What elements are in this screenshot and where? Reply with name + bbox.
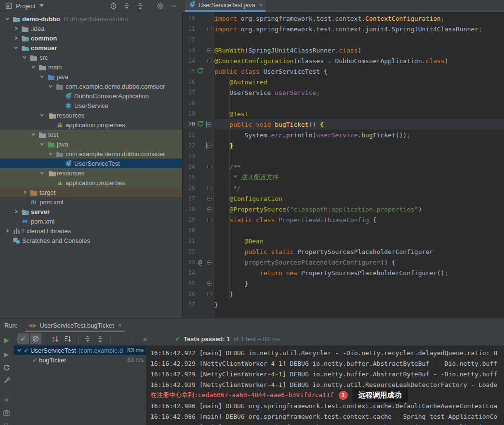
run-console[interactable]: 16:16:42.922 [main] DEBUG io.netty.util.… bbox=[146, 345, 504, 425]
code-line-14[interactable]: 14@ContextConfiguration(classes = DubboC… bbox=[183, 55, 504, 66]
code-editor[interactable]: 10import org.springframework.test.contex… bbox=[183, 12, 504, 318]
code-line-22[interactable]: 22 } bbox=[183, 140, 504, 151]
collapse-all-icon[interactable] bbox=[136, 2, 144, 10]
close-icon[interactable]: × bbox=[259, 2, 262, 9]
code-line-29[interactable]: 29 static class PropertiesWithJavaConfig… bbox=[183, 214, 504, 225]
fold-marker-icon[interactable] bbox=[207, 121, 212, 128]
code-line-37[interactable]: 37} bbox=[183, 299, 504, 310]
fold-marker-icon[interactable] bbox=[207, 57, 212, 65]
locate-icon[interactable] bbox=[109, 2, 117, 10]
show-ignored-button[interactable] bbox=[30, 333, 41, 344]
test-row-bugticket[interactable]: ✔bugTicket83 ms bbox=[14, 355, 146, 365]
tree-item-scratches-and-consoles[interactable]: Scratches and Consoles bbox=[0, 236, 182, 245]
code-line-19[interactable]: 19 @Test bbox=[183, 108, 504, 119]
chevron-down-icon[interactable] bbox=[38, 169, 46, 177]
tree-item-demo-dubbo[interactable]: demo-dubboD:\Project\demo-dubbo bbox=[0, 14, 182, 24]
fold-marker-icon[interactable] bbox=[207, 216, 212, 224]
tree-item-server[interactable]: server bbox=[0, 207, 182, 216]
chevron-right-icon[interactable] bbox=[12, 25, 20, 32]
fold-marker-icon[interactable] bbox=[207, 142, 212, 149]
run-test-icon[interactable] bbox=[197, 120, 203, 128]
rerun-failed-icon[interactable]: ▶ bbox=[2, 351, 11, 358]
test-settings-icon[interactable] bbox=[2, 377, 11, 384]
chevron-down-icon[interactable] bbox=[29, 63, 38, 71]
tree-item-userservicetest[interactable]: CUserServiceTest bbox=[0, 159, 182, 168]
chevron-right-icon[interactable] bbox=[12, 208, 20, 215]
tree-item-resources[interactable]: resources bbox=[0, 110, 182, 120]
toggle-auto-test-icon[interactable] bbox=[2, 364, 11, 371]
test-row-userservicetest[interactable]: ✔UserServiceTest(com.example.d83 ms bbox=[14, 345, 146, 355]
fold-marker-icon[interactable] bbox=[207, 47, 212, 54]
tree-item-userservice[interactable]: CUserService bbox=[0, 101, 182, 110]
chevron-down-icon[interactable] bbox=[20, 53, 29, 61]
code-line-24[interactable]: 24 /** bbox=[183, 161, 504, 172]
hide-icon[interactable] bbox=[170, 2, 177, 10]
code-line-12[interactable]: 12 bbox=[183, 34, 504, 45]
code-line-25[interactable]: 25 * 注入配置文件 bbox=[183, 172, 504, 183]
fold-marker-icon[interactable] bbox=[207, 185, 212, 192]
fold-marker-icon[interactable] bbox=[207, 259, 212, 266]
tree-item-comsuer[interactable]: comsuer bbox=[0, 43, 182, 53]
code-line-23[interactable]: 23 bbox=[183, 151, 504, 161]
fold-marker-icon[interactable] bbox=[207, 291, 212, 298]
chevron-down-icon[interactable] bbox=[38, 73, 46, 80]
tree-item-target[interactable]: target bbox=[0, 187, 182, 197]
code-line-36[interactable]: 36 } bbox=[183, 289, 504, 299]
chevron-down-icon[interactable] bbox=[38, 2, 45, 10]
tree-item-resources[interactable]: resources bbox=[0, 168, 182, 178]
fold-marker-icon[interactable] bbox=[207, 206, 212, 213]
code-line-34[interactable]: 34 return new PropertySourcesPlaceholder… bbox=[183, 267, 504, 278]
chevron-down-icon[interactable] bbox=[3, 15, 12, 23]
code-line-20[interactable]: 20 public void bugTicket() { bbox=[183, 119, 504, 130]
chevron-down-icon[interactable] bbox=[46, 150, 55, 158]
code-line-32[interactable]: 32 public static PropertySourcesPlacehol… bbox=[183, 246, 504, 257]
next-failed-button[interactable]: ↓ bbox=[127, 333, 138, 344]
tree-item-pom-xml[interactable]: mpom.xml bbox=[0, 197, 182, 207]
run-tab-bugticket[interactable]: ◀▶ UserServiceTest.bugTicket × bbox=[25, 319, 124, 332]
chevron-down-icon[interactable] bbox=[46, 82, 55, 90]
tree-item-dubbocomsuerapplication[interactable]: CDubboComsuerApplication bbox=[0, 91, 182, 101]
tree-item-test[interactable]: test bbox=[0, 130, 182, 139]
code-line-17[interactable]: 17 UserService userService; bbox=[183, 87, 504, 98]
tree-item-main[interactable]: main bbox=[0, 62, 182, 72]
project-panel-title[interactable]: Project bbox=[16, 2, 35, 10]
code-line-27[interactable]: 27 @Configuration bbox=[183, 193, 504, 204]
close-icon[interactable]: × bbox=[119, 322, 122, 329]
thread-dump-icon[interactable] bbox=[2, 410, 11, 416]
tree-item-external-libraries[interactable]: External Libraries bbox=[0, 226, 182, 236]
editor-tab-userservicetest[interactable]: C UserServiceTest.java × bbox=[185, 0, 265, 10]
code-line-16[interactable]: 16 @Autowired bbox=[183, 77, 504, 87]
expand-all-button[interactable] bbox=[82, 333, 93, 344]
code-line-18[interactable]: 18 bbox=[183, 98, 504, 108]
tree-item-application-properties[interactable]: application.properties bbox=[0, 178, 182, 187]
tree-item-java[interactable]: java bbox=[0, 139, 182, 149]
tree-item-common[interactable]: common bbox=[0, 33, 182, 43]
show-passed-button[interactable]: ✓ bbox=[17, 333, 29, 344]
bean-icon[interactable]: @ bbox=[198, 259, 201, 266]
more-chevrons-button[interactable]: » bbox=[139, 333, 151, 344]
code-line-11[interactable]: 11import org.springframework.test.contex… bbox=[183, 24, 504, 34]
fold-marker-icon[interactable] bbox=[207, 26, 212, 33]
chevron-down-icon[interactable] bbox=[38, 140, 46, 148]
stop-icon[interactable]: ■ bbox=[2, 397, 11, 403]
previous-failed-button[interactable]: ↑ bbox=[114, 333, 126, 344]
expand-all-icon[interactable] bbox=[123, 2, 131, 10]
fold-marker-icon[interactable] bbox=[207, 195, 212, 202]
tree-item-com-example-demo-dubbo-comsuer[interactable]: com.example.demo.dubbo.comsuer bbox=[0, 81, 182, 91]
tree-item-src[interactable]: src bbox=[0, 53, 182, 62]
chevron-down-icon[interactable] bbox=[29, 131, 38, 138]
tree-item-pom-xml[interactable]: mpom.xml bbox=[0, 216, 182, 226]
code-line-28[interactable]: 28 @PropertySource("classpath:applicatio… bbox=[183, 204, 504, 214]
chevron-down-icon[interactable] bbox=[38, 111, 46, 119]
sort-alpha-button[interactable]: az bbox=[50, 333, 61, 344]
fold-marker-icon[interactable] bbox=[207, 280, 212, 287]
chevron-down-icon[interactable] bbox=[12, 44, 20, 52]
test-result-tree[interactable]: ✔UserServiceTest(com.example.d83 ms✔bugT… bbox=[14, 345, 146, 425]
chevron-right-icon[interactable] bbox=[20, 188, 29, 196]
code-line-21[interactable]: 21 System.err.println(userService.bugTic… bbox=[183, 130, 504, 140]
tree-item-application-properties[interactable]: application.properties bbox=[0, 120, 182, 130]
chevron-down-icon[interactable] bbox=[15, 346, 24, 354]
code-line-26[interactable]: 26 */ bbox=[183, 183, 504, 193]
code-line-10[interactable]: 10import org.springframework.test.contex… bbox=[183, 13, 504, 24]
tree-item-java[interactable]: java bbox=[0, 72, 182, 81]
